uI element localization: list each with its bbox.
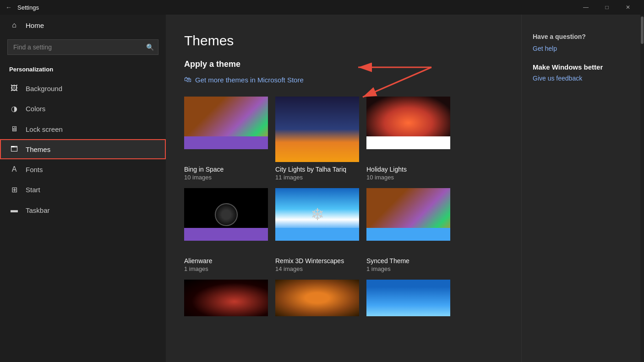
- theme-name: City Lights by Talha Tariq: [275, 166, 359, 173]
- store-icon: 🛍: [184, 76, 191, 84]
- apply-theme-title: Apply a theme: [184, 59, 498, 69]
- question-label: Have a question?: [533, 33, 629, 40]
- home-icon: ⌂: [9, 21, 19, 29]
- store-link[interactable]: 🛍 Get more themes in Microsoft Store: [184, 76, 498, 84]
- main-content: Themes Apply a theme 🛍 Get more themes i…: [166, 15, 521, 362]
- theme-thumb-city-lights: [275, 97, 359, 162]
- make-windows-label: Make Windows better: [533, 63, 629, 71]
- right-panel: Have a question? Get help Make Windows b…: [521, 15, 640, 362]
- colors-icon: ◑: [9, 104, 19, 113]
- sidebar-item-label: Themes: [26, 146, 50, 153]
- theme-name: Remix 3D Winterscapes: [275, 257, 359, 265]
- sidebar-item-label: Colors: [26, 105, 45, 113]
- theme-thumb-holiday-lights: [366, 97, 450, 162]
- theme-card-bing-space[interactable]: Bing in Space 10 images: [184, 97, 268, 181]
- maximize-button[interactable]: □: [596, 0, 617, 15]
- theme-count: 1 images: [366, 265, 450, 272]
- theme-thumb-synced-theme: [366, 188, 450, 254]
- window-controls: — □ ✕: [575, 0, 639, 15]
- themes-icon: 🗔: [9, 145, 19, 153]
- theme-thumb-alienware: [184, 188, 268, 254]
- sidebar-item-lock-screen[interactable]: 🖥 Lock screen: [0, 119, 166, 139]
- titlebar: ← Settings — □ ✕: [0, 0, 644, 15]
- theme-thumb-remix-3d: ❄: [275, 188, 359, 254]
- theme-name: Holiday Lights: [366, 166, 450, 173]
- section-label: Personalization: [0, 62, 166, 78]
- theme-card-bottom2[interactable]: [275, 280, 359, 316]
- sidebar-item-colors[interactable]: ◑ Colors: [0, 98, 166, 119]
- sidebar-item-background[interactable]: 🖼 Background: [0, 78, 166, 98]
- sidebar-item-label: Lock screen: [26, 125, 63, 133]
- theme-name: Bing in Space: [184, 166, 268, 173]
- page-title: Themes: [184, 33, 498, 49]
- sidebar-item-label: Taskbar: [26, 206, 50, 214]
- theme-card-synced-theme[interactable]: Synced Theme 1 images: [366, 188, 450, 272]
- sidebar-item-fonts[interactable]: A Fonts: [0, 159, 166, 179]
- home-label: Home: [26, 22, 44, 29]
- theme-card-bottom1[interactable]: [184, 280, 268, 316]
- theme-thumb-bottom2: [275, 280, 359, 316]
- sidebar-item-label: Fonts: [26, 166, 43, 173]
- search-icon: 🔍: [146, 43, 154, 51]
- theme-count: 14 images: [275, 265, 359, 272]
- sidebar-item-label: Background: [26, 85, 62, 92]
- theme-card-bottom3[interactable]: [366, 280, 450, 316]
- theme-thumb-bing-space: [184, 97, 268, 162]
- feedback-link[interactable]: Give us feedback: [533, 75, 629, 82]
- scrollbar-thumb[interactable]: [641, 16, 644, 44]
- theme-card-alienware[interactable]: Alienware 1 images: [184, 188, 268, 272]
- sidebar-item-label: Start: [26, 186, 40, 194]
- back-button[interactable]: ←: [5, 4, 12, 11]
- sidebar-item-themes[interactable]: 🗔 Themes: [0, 139, 166, 159]
- start-icon: ⊞: [9, 185, 19, 194]
- theme-count: 10 images: [184, 174, 268, 181]
- search-input[interactable]: [7, 39, 158, 55]
- theme-count: 1 images: [184, 265, 268, 272]
- taskbar-icon: ▬: [9, 206, 19, 214]
- background-icon: 🖼: [9, 84, 19, 92]
- theme-grid: Bing in Space 10 images City Lights by T…: [184, 97, 459, 316]
- scrollbar[interactable]: [640, 15, 644, 362]
- sidebar-home[interactable]: ⌂ Home: [0, 15, 166, 36]
- lock-screen-icon: 🖥: [9, 125, 19, 133]
- theme-card-city-lights[interactable]: City Lights by Talha Tariq 11 images: [275, 97, 359, 181]
- app-body: ⌂ Home 🔍 Personalization 🖼 Background ◑ …: [0, 15, 644, 362]
- sidebar: ⌂ Home 🔍 Personalization 🖼 Background ◑ …: [0, 15, 166, 362]
- theme-card-holiday-lights[interactable]: Holiday Lights 10 images: [366, 97, 450, 181]
- alienware-logo: [215, 203, 238, 226]
- app-title: Settings: [17, 4, 39, 11]
- fonts-icon: A: [9, 165, 19, 173]
- minimize-button[interactable]: —: [575, 0, 596, 15]
- theme-count: 10 images: [366, 174, 450, 181]
- theme-name: Alienware: [184, 257, 268, 265]
- search-container: 🔍: [7, 39, 158, 55]
- close-button[interactable]: ✕: [617, 0, 639, 15]
- theme-count: 11 images: [275, 174, 359, 181]
- sidebar-item-taskbar[interactable]: ▬ Taskbar: [0, 200, 166, 220]
- sidebar-item-start[interactable]: ⊞ Start: [0, 179, 166, 200]
- theme-card-remix-3d[interactable]: ❄ Remix 3D Winterscapes 14 images: [275, 188, 359, 272]
- store-link-label: Get more themes in Microsoft Store: [195, 76, 304, 84]
- theme-thumb-bottom3: [366, 280, 450, 316]
- theme-name: Synced Theme: [366, 257, 450, 265]
- theme-thumb-bottom1: [184, 280, 268, 316]
- get-help-link[interactable]: Get help: [533, 45, 629, 52]
